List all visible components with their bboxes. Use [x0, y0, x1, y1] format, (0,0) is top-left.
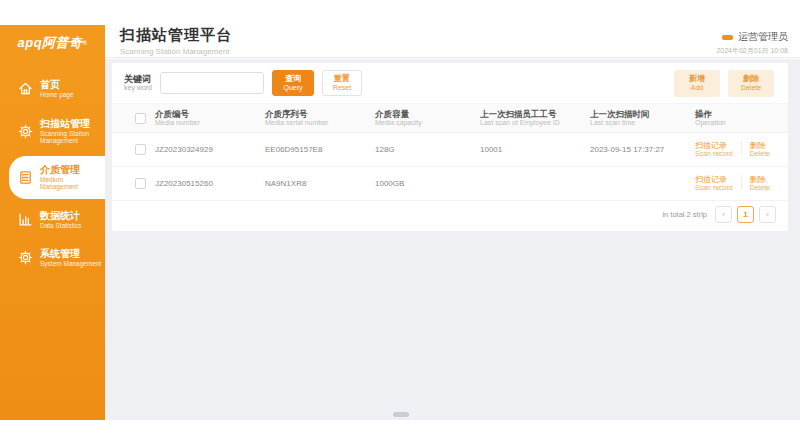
operation-divider [741, 141, 742, 155]
keyword-label-zh: 关键词 [124, 74, 152, 84]
col-header-employee-id: 上一次扫描员工工号 Last scan of Employee ID [480, 104, 590, 133]
add-button[interactable]: 新增 Add [674, 70, 720, 97]
add-button-label-en: Add [691, 83, 703, 92]
cell-capacity: 128G [375, 133, 480, 167]
keyword-label-en: key word [124, 84, 152, 92]
sidebar-item-label-zh: 数据统计 [40, 210, 102, 221]
sidebar-item-home[interactable]: 首页 Home page [0, 71, 105, 107]
sidebar: apq阿普奇® 首页 Home page 扫描站管理 Scan [0, 25, 105, 420]
col-header-media-number: 介质编号 Media number [155, 104, 265, 133]
col-header-zh: 介质编号 [155, 109, 261, 119]
app-header: 扫描站管理平台 Scanning Station Management 运营管理… [0, 0, 800, 58]
delete-row-label-en: Delete [750, 184, 770, 192]
gear-icon [18, 250, 33, 265]
col-header-en: Media number [155, 119, 261, 127]
page-subtitle: Scanning Station Management [120, 47, 232, 56]
sidebar-menu: 首页 Home page 扫描站管理 Scanning Station Mana… [0, 61, 105, 276]
sidebar-item-scanning-station[interactable]: 扫描站管理 Scanning Station Management [0, 110, 105, 153]
reset-button[interactable]: 重置 Reset [322, 70, 362, 96]
cell-serial-number: EE06D95157E8 [265, 133, 375, 167]
sidebar-item-label-zh: 扫描站管理 [40, 118, 102, 129]
horizontal-scrollbar-thumb[interactable] [393, 412, 409, 417]
col-header-en: Media serial number [265, 119, 371, 127]
col-header-en: Media capacity [375, 119, 476, 127]
cell-employee-id [480, 167, 590, 201]
page-title: 扫描站管理平台 [120, 26, 232, 45]
query-button-label-en: Query [283, 83, 302, 92]
scan-record-label-zh: 扫描记录 [695, 175, 733, 184]
cell-last-scan-time [590, 167, 695, 201]
table-row: JZ20230515260 NA9N1XR8 1000GB 扫描记录 Scan … [112, 167, 788, 201]
col-header-serial-number: 介质序列号 Media serial number [265, 104, 375, 133]
sidebar-item-label-en: Medium Management [40, 176, 102, 191]
cell-employee-id: 10001 [480, 133, 590, 167]
title-block: 扫描站管理平台 Scanning Station Management [120, 26, 232, 56]
add-button-label-zh: 新增 [689, 74, 705, 83]
user-block[interactable]: 运营管理员 2024年02月01日 10:08 [716, 30, 788, 56]
col-header-operation: 操作 Operation [695, 104, 788, 133]
home-icon [18, 81, 33, 96]
col-header-zh: 上一次扫描员工工号 [480, 109, 586, 119]
row-checkbox[interactable] [135, 178, 146, 189]
media-list-icon [18, 170, 33, 185]
user-avatar-icon [722, 35, 733, 40]
sidebar-item-label-zh: 首页 [40, 79, 102, 90]
delete-row-link[interactable]: 删除 Delete [750, 175, 770, 192]
media-table-card: 关键词 key word 查询 Query 重置 Reset 新增 Add [112, 63, 788, 231]
sidebar-item-system-management[interactable]: 系统管理 System Management [0, 240, 105, 276]
select-all-checkbox[interactable] [135, 113, 146, 124]
prev-page-button[interactable]: ‹ [715, 206, 732, 223]
col-header-en: Last scan of Employee ID [480, 119, 586, 127]
cell-media-number: JZ20230515260 [155, 167, 265, 201]
delete-button[interactable]: 删除 Delete [728, 70, 774, 97]
query-button[interactable]: 查询 Query [272, 70, 314, 96]
delete-row-label-zh: 删除 [750, 175, 770, 184]
next-page-button[interactable]: › [759, 206, 776, 223]
pagination-total-text: in total 2 strip [662, 210, 707, 219]
cell-capacity: 1000GB [375, 167, 480, 201]
col-header-zh: 操作 [695, 109, 784, 119]
sidebar-item-medium-management[interactable]: 介质管理 Medium Management [9, 156, 105, 199]
scan-record-link[interactable]: 扫描记录 Scan record [695, 141, 733, 158]
sidebar-item-label-en: Home page [40, 91, 102, 99]
current-datetime: 2024年02月01日 10:08 [716, 46, 788, 56]
query-button-label-zh: 查询 [285, 74, 301, 83]
col-header-zh: 介质容量 [375, 109, 476, 119]
page-number-button[interactable]: 1 [737, 206, 754, 223]
table-row: JZ20230324929 EE06D95157E8 128G 10001 20… [112, 133, 788, 167]
row-operations: 扫描记录 Scan record 删除 Delete [695, 175, 784, 192]
brand-logo: apq阿普奇® [0, 25, 105, 61]
sidebar-item-label-en: Data Statistics [40, 222, 102, 230]
cell-last-scan-time: 2023-09-15 17:37:27 [590, 133, 695, 167]
col-header-last-scan-time: 上一次扫描时间 Last scan time [590, 104, 695, 133]
scan-record-link[interactable]: 扫描记录 Scan record [695, 175, 733, 192]
keyword-search-input[interactable] [160, 72, 264, 94]
col-header-en: Last scan time [590, 119, 691, 127]
row-operations: 扫描记录 Scan record 删除 Delete [695, 141, 784, 158]
col-header-zh: 介质序列号 [265, 109, 371, 119]
sidebar-item-data-statistics[interactable]: 数据统计 Data Statistics [0, 202, 105, 238]
delete-row-label-zh: 删除 [750, 141, 770, 150]
delete-button-label-zh: 删除 [743, 74, 759, 83]
user-name: 运营管理员 [738, 30, 788, 44]
col-header-capacity: 介质容量 Media capacity [375, 104, 480, 133]
media-table: 介质编号 Media number 介质序列号 Media serial num… [112, 103, 788, 201]
sidebar-item-label-zh: 介质管理 [40, 164, 102, 175]
bar-chart-icon [18, 212, 33, 227]
reset-button-label-zh: 重置 [334, 74, 350, 83]
content-area: 关键词 key word 查询 Query 重置 Reset 新增 Add [105, 59, 800, 420]
scan-record-label-en: Scan record [695, 150, 733, 158]
sidebar-item-label-en: System Management [40, 260, 102, 268]
delete-button-label-en: Delete [741, 83, 761, 92]
delete-row-label-en: Delete [750, 150, 770, 158]
toolbar: 关键词 key word 查询 Query 重置 Reset 新增 Add [112, 63, 788, 103]
keyword-label: 关键词 key word [124, 74, 152, 92]
reset-button-label-en: Reset [333, 83, 351, 92]
cell-media-number: JZ20230324929 [155, 133, 265, 167]
table-header-row: 介质编号 Media number 介质序列号 Media serial num… [112, 104, 788, 133]
row-checkbox[interactable] [135, 144, 146, 155]
col-header-en: Operation [695, 119, 784, 127]
pagination: in total 2 strip ‹ 1 › [662, 206, 776, 223]
cell-serial-number: NA9N1XR8 [265, 167, 375, 201]
delete-row-link[interactable]: 删除 Delete [750, 141, 770, 158]
